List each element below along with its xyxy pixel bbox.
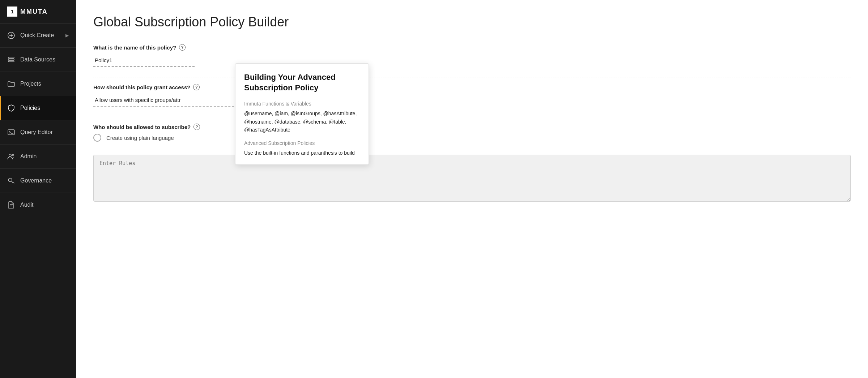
tooltip-scroll-area[interactable]: Building Your Advanced Subscription Poli… [235, 64, 369, 164]
access-help-icon[interactable]: ? [193, 84, 200, 90]
sidebar-item-label: Quick Create [20, 32, 60, 39]
file-icon [7, 201, 15, 209]
svg-rect-6 [8, 130, 14, 135]
sidebar-item-admin[interactable]: Admin [0, 145, 76, 169]
sidebar-item-policies[interactable]: Policies [0, 96, 76, 120]
divider-1 [93, 77, 851, 77]
divider-2 [93, 117, 851, 117]
svg-rect-5 [8, 57, 14, 58]
access-value: Allow users with specific groups/attr [93, 94, 260, 107]
chevron-right-icon: ▶ [65, 33, 69, 38]
tooltip-section1-text: @username, @iam, @isInGroups, @hasAttrib… [244, 109, 360, 134]
sidebar: 1 MMUTA Quick Create ▶ [0, 0, 76, 378]
tooltip-title: Building Your Advanced Subscription Poli… [244, 72, 360, 93]
svg-point-10 [8, 178, 12, 182]
key-icon [7, 177, 15, 185]
policy-name-section: What is the name of this policy? ? [93, 44, 851, 67]
sidebar-item-label: Policies [20, 105, 69, 111]
radio-plain-label: Create using plain language [106, 135, 174, 141]
radio-plain-language[interactable] [93, 134, 101, 142]
sidebar-item-label: Query Editor [20, 129, 69, 136]
svg-point-8 [9, 154, 12, 157]
layers-icon [7, 56, 15, 64]
shield-icon [7, 104, 15, 112]
policy-access-section: How should this policy grant access? ? A… [93, 84, 851, 107]
policy-name-input[interactable] [93, 54, 195, 67]
subscribe-label: Who should be allowed to subscribe? ? [93, 124, 851, 130]
subscribe-section: Who should be allowed to subscribe? ? Cr… [93, 124, 851, 142]
svg-rect-4 [8, 59, 14, 60]
sidebar-item-governance[interactable]: Governance [0, 169, 76, 193]
rules-textarea[interactable] [93, 155, 851, 202]
sidebar-item-label: Governance [20, 177, 69, 184]
access-label: How should this policy grant access? ? [93, 84, 851, 90]
tooltip-popover: Building Your Advanced Subscription Poli… [235, 63, 369, 165]
folder-icon [7, 80, 15, 88]
tooltip-section1-label: Immuta Functions & Variables [244, 101, 360, 107]
logo-text: MMUTA [20, 8, 48, 16]
svg-line-11 [12, 181, 14, 183]
logo: 1 MMUTA [0, 0, 76, 23]
sidebar-item-projects[interactable]: Projects [0, 72, 76, 96]
sidebar-item-label: Admin [20, 153, 69, 160]
tooltip-section2-label: Advanced Subscription Policies [244, 140, 360, 146]
name-help-icon[interactable]: ? [179, 44, 186, 51]
main-content: Global Subscription Policy Builder What … [76, 0, 868, 378]
radio-row: Create using plain language [93, 134, 851, 142]
terminal-icon [7, 128, 15, 136]
tooltip-section2-text: Use the built-in functions and paranthes… [244, 149, 360, 157]
logo-box: 1 [7, 7, 17, 17]
sidebar-item-label: Audit [20, 202, 69, 208]
svg-point-9 [12, 154, 14, 156]
sidebar-item-audit[interactable]: Audit [0, 193, 76, 217]
sidebar-nav: Quick Create ▶ Data Sources Projects [0, 23, 76, 378]
policy-name-label: What is the name of this policy? ? [93, 44, 851, 51]
svg-rect-3 [8, 61, 14, 62]
sidebar-item-label: Projects [20, 81, 69, 87]
sidebar-item-label: Data Sources [20, 56, 69, 63]
people-icon [7, 153, 15, 160]
sidebar-item-quick-create[interactable]: Quick Create ▶ [0, 23, 76, 48]
sidebar-item-data-sources[interactable]: Data Sources [0, 48, 76, 72]
plus-circle-icon [7, 31, 15, 39]
sidebar-item-query-editor[interactable]: Query Editor [0, 120, 76, 145]
subscribe-help-icon[interactable]: ? [193, 124, 200, 130]
page-title: Global Subscription Policy Builder [93, 14, 851, 30]
